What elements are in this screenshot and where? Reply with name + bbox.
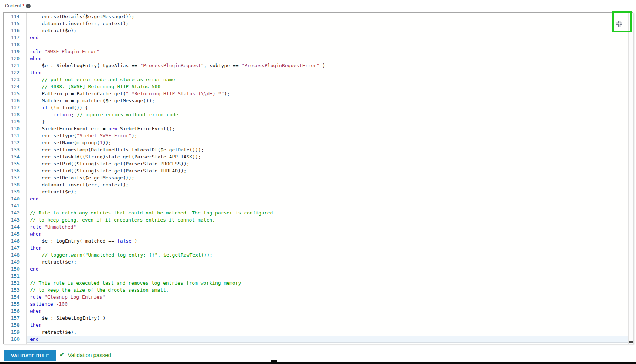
line-number: 127 (4, 104, 26, 111)
line-number: 152 (4, 279, 26, 286)
line-number: 138 (4, 181, 26, 188)
code-line[interactable]: retract($e); (27, 329, 628, 336)
code-line[interactable]: err.setName(m.group(1)); (27, 139, 628, 146)
code-token: rule (30, 294, 41, 300)
code-line[interactable]: when (27, 230, 628, 237)
code-line[interactable]: retract($e); (27, 27, 628, 34)
code-line[interactable]: // This rule is executed last and remove… (27, 279, 628, 286)
validate-rule-button[interactable]: VALIDATE RULE (4, 350, 56, 361)
code-token: -100 (56, 301, 67, 307)
code-token: false (117, 238, 132, 244)
code-line[interactable]: retract($e); (27, 258, 628, 265)
code-line[interactable]: $e : LogEntry( matched == false ) (27, 237, 628, 244)
code-content[interactable]: err.setDetails($e.getMessage()); datamar… (27, 13, 628, 344)
line-number: 150 (4, 265, 26, 272)
code-line[interactable]: then (27, 244, 628, 251)
indent-guide (30, 20, 42, 27)
line-number: 159 (4, 329, 26, 336)
code-token: rule (30, 49, 41, 54)
line-number-gutter: 1141151161171181191201211221231241251261… (4, 13, 27, 344)
code-line[interactable]: end (27, 265, 628, 272)
line-number: 131 (4, 132, 26, 139)
code-line[interactable]: } (27, 118, 628, 125)
info-icon[interactable]: i (26, 4, 31, 8)
code-line[interactable]: when (27, 55, 628, 62)
code-line[interactable] (27, 272, 628, 279)
indent-guide (30, 83, 42, 90)
code-line[interactable]: rule "Unmatched" (27, 223, 628, 230)
code-line[interactable]: // pull out error code and store as erro… (27, 76, 628, 83)
line-number: 132 (4, 139, 26, 146)
indent-guide (30, 237, 42, 244)
code-line[interactable]: // to keep the size of the drools sessio… (27, 286, 628, 293)
code-line[interactable]: if (!m.find()) { (27, 104, 628, 111)
code-line[interactable]: rule "Cleanup Log Entries" (27, 293, 628, 301)
code-line[interactable]: retract($e); (27, 188, 628, 195)
line-number: 142 (4, 209, 26, 216)
code-token: "ProcessPluginRequestError" (241, 63, 319, 68)
code-line[interactable]: // logger.warn("Unmatched log entry: {}"… (27, 251, 628, 258)
line-number: 154 (4, 293, 26, 301)
code-line[interactable]: err.setDetails($e.getMessage()); (27, 13, 628, 20)
check-icon: ✔ (59, 351, 64, 358)
code-token: end (30, 35, 38, 40)
code-line[interactable]: return; // ignore errors without error c… (27, 111, 628, 118)
code-token: return (54, 112, 71, 117)
code-line[interactable]: end (27, 195, 628, 202)
code-line[interactable]: then (27, 322, 628, 329)
code-token: // ignore errors without error code (77, 112, 178, 117)
code-token: $e : LogEntry( matched == (42, 238, 117, 244)
vertical-scrollbar[interactable] (628, 13, 633, 344)
code-line[interactable]: end (27, 34, 628, 41)
scrollbar-thumb[interactable] (629, 341, 633, 343)
bottom-edge-bar (0, 362, 636, 364)
code-token: salience (30, 301, 53, 307)
code-line[interactable]: datamart.insert(err, context); (27, 181, 628, 188)
indent-guide (30, 251, 42, 258)
code-line[interactable]: err.setPid((String)state.get(ParserState… (27, 160, 628, 167)
code-token: retract($e); (42, 28, 76, 33)
code-editor[interactable]: 1141151161171181191201211221231241251261… (3, 12, 633, 344)
code-line[interactable]: rule "SWSE Plugin Error" (27, 48, 628, 55)
code-line[interactable] (27, 41, 628, 48)
code-line[interactable]: datamart.insert(err, context); (27, 20, 628, 27)
code-token: ); (224, 91, 230, 96)
code-line[interactable]: err.setType("Siebel:SWSE Error"); (27, 132, 628, 139)
code-line[interactable]: $e : SiebelLogEntry( typeAlias == "Proce… (27, 62, 628, 69)
line-number: 158 (4, 322, 26, 329)
editor-scroll-area[interactable]: 1141151161171181191201211221231241251261… (4, 13, 633, 344)
indent-guide (30, 160, 42, 167)
collapse-editor-button[interactable] (615, 20, 623, 28)
code-token: when (30, 56, 41, 61)
code-token: // to keep going, even if it encounters … (30, 217, 215, 223)
code-line[interactable]: when (27, 308, 628, 315)
code-token: datamart.insert(err, context); (42, 21, 129, 26)
code-line[interactable]: err.setDetails($e.getMessage()); (27, 174, 628, 181)
line-number: 129 (4, 118, 26, 125)
code-line[interactable]: Matcher m = p.matcher($e.getMessage()); (27, 97, 628, 104)
code-line[interactable]: err.setTid((String)state.get(ParserState… (27, 167, 628, 174)
code-line[interactable]: err.setTaskId((String)state.get(ParserSt… (27, 153, 628, 160)
code-token: retract($e); (42, 259, 76, 265)
code-line[interactable]: salience -100 (27, 301, 628, 308)
code-line[interactable]: SiebelErrorEvent err = new SiebelErrorEv… (27, 125, 628, 132)
code-token: Pattern p = PatternCache.get( (42, 91, 126, 96)
code-line[interactable]: // to keep going, even if it encounters … (27, 216, 628, 223)
code-token: 1 (100, 140, 103, 145)
code-line[interactable] (27, 202, 628, 209)
line-number: 140 (4, 195, 26, 202)
indent-guide (30, 125, 42, 132)
code-token: retract($e); (42, 329, 76, 335)
indent-guide (30, 153, 42, 160)
code-line[interactable]: Pattern p = PatternCache.get(".*Returnin… (27, 90, 628, 97)
code-line[interactable]: $e : SiebelLogEntry( ) (27, 315, 628, 322)
line-number: 149 (4, 258, 26, 265)
code-line[interactable]: // Rule to catch any entries that could … (27, 209, 628, 216)
code-token: end (30, 266, 38, 272)
indent-guide (42, 111, 54, 118)
code-line[interactable]: end (27, 336, 628, 343)
code-line[interactable]: // 4088: [SWSE] Returning HTTP Status 50… (27, 83, 628, 90)
code-line[interactable]: err.setTimestamp(DateTimeUtils.toLocalDt… (27, 146, 628, 153)
code-line[interactable]: then (27, 69, 628, 76)
rule-editor-page: { "header": { "label": "Content", "requi… (0, 0, 636, 364)
